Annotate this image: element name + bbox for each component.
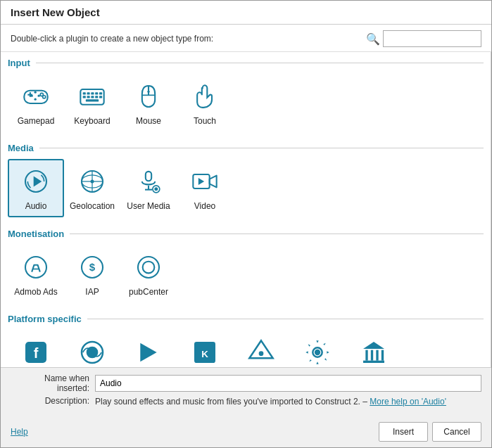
plugin-list: Input: [1, 52, 491, 367]
plugin-item-settings2[interactable]: [289, 330, 346, 367]
facebook-icon: f: [19, 335, 53, 367]
category-input: Input: [1, 52, 491, 137]
gamepad-icon: [19, 79, 53, 113]
svg-marker-37: [198, 178, 204, 185]
svg-rect-10: [83, 92, 86, 94]
svg-point-54: [315, 350, 320, 355]
svg-rect-57: [371, 350, 373, 361]
search-icon-button[interactable]: 🔍: [366, 32, 380, 46]
plugin-item-geolocation[interactable]: Geolocation: [64, 159, 120, 217]
keyboard-label: Keyboard: [74, 116, 110, 126]
help-link[interactable]: Help: [11, 427, 28, 437]
cocoon-icon: [75, 335, 109, 367]
svg-rect-13: [95, 92, 98, 94]
subtitle-text: Double-click a plugin to create a new ob…: [11, 34, 213, 44]
plugin-item-bank[interactable]: [346, 330, 402, 367]
button-group: Insert Cancel: [379, 422, 481, 442]
pubcenter-label: pubCenter: [129, 287, 168, 297]
touch-icon: [188, 79, 222, 113]
footer: Help Insert Cancel: [1, 418, 491, 447]
audio-label: Audio: [25, 201, 47, 211]
svg-point-38: [25, 257, 46, 278]
svg-text:$: $: [89, 261, 96, 273]
svg-point-52: [259, 352, 264, 357]
svg-rect-19: [99, 96, 102, 98]
name-label: Name when inserted:: [11, 373, 95, 393]
video-label: Video: [194, 201, 215, 211]
svg-point-4: [34, 98, 37, 101]
description-text: Play sound effects and music from files …: [95, 396, 446, 408]
svg-rect-18: [95, 96, 98, 98]
svg-rect-11: [87, 92, 90, 94]
settings2-icon: [301, 335, 334, 367]
plugin-item-kik[interactable]: K: [177, 330, 233, 367]
plugin-item-admob[interactable]: Admob Ads: [8, 245, 64, 302]
iap-label: IAP: [85, 287, 99, 297]
category-platform: Platform specific f: [1, 308, 491, 367]
plugin-item-iap[interactable]: $ IAP: [64, 245, 120, 302]
category-header-monetisation: Monetisation: [1, 223, 491, 242]
svg-rect-58: [376, 350, 378, 361]
category-header-platform: Platform specific: [1, 308, 491, 327]
scirra-icon: [244, 335, 278, 367]
dialog-title: Insert New Object: [1, 1, 491, 25]
plugin-item-mouse[interactable]: Mouse: [120, 74, 177, 132]
pubcenter-icon: [132, 250, 165, 284]
svg-rect-6: [30, 92, 31, 97]
svg-marker-48: [140, 343, 156, 362]
audio-icon: [19, 165, 53, 198]
description-link[interactable]: More help on 'Audio': [370, 397, 446, 407]
touch-label: Touch: [194, 116, 216, 126]
svg-point-23: [147, 91, 149, 93]
svg-text:f: f: [34, 345, 39, 361]
mouse-label: Mouse: [136, 116, 161, 126]
name-input[interactable]: [95, 375, 481, 392]
plugin-item-keyboard[interactable]: Keyboard: [64, 74, 120, 132]
insert-new-object-dialog: Insert New Object Double-click a plugin …: [0, 0, 492, 448]
search-area: 🔍: [366, 30, 481, 47]
svg-rect-60: [363, 361, 384, 363]
monetisation-items-grid: Admob Ads $ IAP: [1, 242, 491, 308]
svg-rect-30: [146, 172, 151, 181]
category-header-input: Input: [1, 52, 491, 71]
insert-button[interactable]: Insert: [379, 422, 428, 442]
plugin-item-googleplay[interactable]: [120, 330, 177, 367]
svg-rect-15: [83, 96, 86, 98]
svg-rect-56: [365, 350, 367, 361]
category-header-media: Media: [1, 137, 491, 156]
plugin-item-facebook[interactable]: f: [8, 330, 64, 367]
plugin-item-touch[interactable]: Touch: [177, 74, 233, 132]
svg-rect-12: [91, 92, 94, 94]
mouse-icon: [132, 79, 165, 113]
svg-point-29: [91, 180, 94, 184]
video-icon: [188, 165, 222, 198]
subtitle-bar: Double-click a plugin to create a new ob…: [1, 25, 491, 52]
plugin-item-gamepad[interactable]: Gamepad: [8, 74, 64, 132]
svg-marker-36: [210, 176, 217, 188]
svg-point-3: [38, 95, 40, 97]
plugin-item-video[interactable]: Video: [177, 159, 233, 217]
bank-icon: [357, 335, 391, 367]
gamepad-label: Gamepad: [18, 116, 55, 126]
plugin-item-cocoon[interactable]: [64, 330, 120, 367]
plugin-item-pubcenter[interactable]: pubCenter: [120, 245, 177, 302]
search-input[interactable]: [383, 30, 481, 47]
svg-point-8: [43, 96, 46, 98]
svg-marker-55: [363, 342, 384, 349]
svg-point-34: [154, 188, 158, 191]
svg-rect-14: [99, 92, 102, 94]
svg-rect-16: [87, 96, 90, 98]
plugin-item-audio[interactable]: Audio: [8, 159, 64, 217]
svg-rect-17: [91, 96, 94, 98]
usermedia-icon: [132, 165, 165, 198]
admob-icon: [19, 250, 53, 284]
cancel-button[interactable]: Cancel: [432, 422, 481, 442]
svg-rect-20: [86, 99, 99, 101]
geolocation-icon: [75, 165, 109, 198]
plugin-item-usermedia[interactable]: User Media: [120, 159, 177, 217]
usermedia-label: User Media: [127, 201, 170, 211]
iap-icon: $: [75, 250, 109, 284]
svg-text:K: K: [201, 349, 208, 359]
svg-rect-59: [381, 350, 384, 361]
plugin-item-scirra[interactable]: [233, 330, 289, 367]
